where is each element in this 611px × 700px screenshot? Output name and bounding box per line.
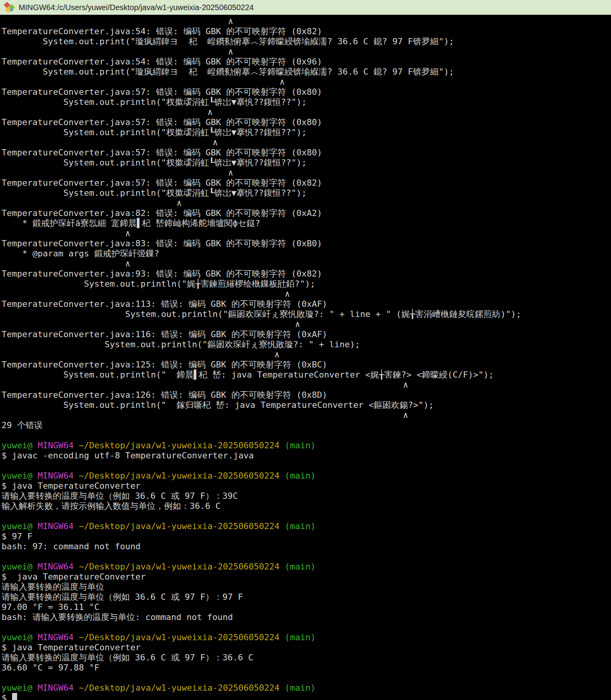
terminal-line: yuwei@ MINGW64 ~/Desktop/java/w1-yuweixi… (2, 562, 610, 572)
terminal-text: ∧ (2, 198, 182, 208)
terminal-text: ∧ (2, 228, 130, 238)
terminal-line: ∧ (2, 107, 610, 117)
terminal-text: TemperatureConverter.java:126: 错误: 编码 GB… (2, 390, 327, 400)
terminal-line: TemperatureConverter.java:57: 错误: 编码 GBK… (2, 178, 610, 188)
terminal-text: $ 97 F (2, 531, 32, 541)
terminal-line: TemperatureConverter.java:113: 错误: 编码 GB… (2, 299, 610, 309)
terminal-text: System.out.println(" 鍗晨▌杞 嵆: java Temper… (2, 370, 494, 380)
terminal-line: yuwei@ MINGW64 ~/Desktop/java/w1-yuweixi… (2, 683, 610, 693)
terminal-text: TemperatureConverter.java:116: 错误: 编码 GB… (2, 329, 327, 339)
terminal-line: ∧ (2, 228, 610, 239)
terminal-text: (main) (279, 632, 316, 642)
terminal-text: ∧ (2, 380, 408, 390)
terminal-line: System.out.println("鏂囦欢琛屽ぇ寮忛敗璇?: " + lin… (2, 340, 610, 350)
terminal-text: $ java TemperatureConverter (2, 643, 141, 652)
terminal-text: TemperatureConverter.java:57: 错误: 编码 GBK… (2, 178, 322, 188)
terminal-text: 97.00 °F = 36.11 °C (2, 602, 100, 612)
terminal-text: MINGW64 (32, 562, 73, 571)
terminal-line: ∧ (2, 77, 610, 87)
terminal-line: System.out.print("璇疯緭鍏ヨ 杞 崲鐨勬俯搴︿笌鍗曚綅锛堬緥濡… (2, 37, 610, 47)
terminal-line: ∧ (2, 259, 610, 269)
terminal-cursor (12, 693, 17, 700)
terminal-text: ~/Desktop/java/w1-yuweixia-202506050224 (73, 632, 279, 642)
terminal-line: System.out.println("杈撳叆涓虹┖锛岀▼搴忛??鍑恒??"); (2, 127, 610, 138)
terminal-line (2, 461, 610, 471)
terminal-text: ∧ (2, 168, 233, 178)
terminal-text: 请输入要转换的温度与单位（例如 36.6 C 或 97 F）：97 F (2, 592, 243, 602)
terminal-text: 请输入要转换的温度与单位（例如 36.6 C 或 97 F）：36.6 C (2, 653, 253, 662)
terminal-line: yuwei@ MINGW64 ~/Desktop/java/w1-yuweixi… (2, 441, 610, 451)
terminal-text: MINGW64 (32, 441, 73, 450)
terminal-line: System.out.println("杈撳叆涓虹┖锛岀▼搴忛??鍑恒??"); (2, 188, 610, 198)
terminal-text: (main) (279, 562, 316, 571)
terminal-text: ~/Desktop/java/w1-yuweixia-202506050224 (73, 562, 279, 571)
terminal-text: ∧ (2, 410, 408, 420)
terminal-line (2, 622, 610, 632)
terminal-line: TemperatureConverter.java:83: 错误: 编码 GBK… (2, 239, 610, 249)
terminal-output[interactable]: ∧TemperatureConverter.java:54: 错误: 编码 GB… (0, 15, 611, 700)
terminal-line: 请输入要转换的温度与单位 (2, 582, 610, 592)
terminal-text: MINGW64 (32, 521, 73, 531)
terminal-text: System.out.println("娓╁害鍊煎繀椤绘槸鏁板瓧銆?"); (2, 279, 315, 289)
terminal-line: $ javac -encoding utf-8 TemperatureConve… (2, 451, 610, 461)
terminal-text: ~/Desktop/java/w1-yuweixia-202506050224 (73, 471, 279, 481)
terminal-text: (main) (279, 683, 316, 693)
terminal-line: ∧ (2, 319, 610, 329)
terminal-text: 36.60 °C = 97.88 °F (2, 663, 100, 672)
terminal-text: System.out.println("杈撳叆涓虹┖锛岀▼搴忛??鍑恒??"); (2, 97, 307, 107)
terminal-text: 输入解析失败，请按示例输入数值与单位，例如：36.6 C (2, 501, 220, 511)
terminal-line: System.out.println("娓╁害鍊煎繀椤绘槸鏁板瓧銆?"); (2, 279, 610, 289)
terminal-line: ∧ (2, 380, 610, 390)
terminal-text: * @param args 鍛戒护琛屽弬鏁? (2, 249, 159, 258)
terminal-line: yuwei@ MINGW64 ~/Desktop/java/w1-yuweixi… (2, 521, 610, 531)
terminal-text: ∧ (2, 16, 233, 26)
terminal-text: MINGW64 (32, 471, 73, 481)
terminal-line: bash: 97: command not found (2, 542, 610, 552)
terminal-line: 29 个错误 (2, 420, 610, 430)
terminal-text: ∧ (2, 350, 279, 359)
terminal-line: ∧ (2, 350, 610, 360)
terminal-text: ∧ (2, 138, 218, 147)
terminal-line: TemperatureConverter.java:126: 错误: 编码 GB… (2, 390, 610, 400)
terminal-line (2, 511, 610, 521)
terminal-text: TemperatureConverter.java:125: 错误: 编码 GB… (2, 360, 327, 369)
terminal-line: 输入解析失败，请按示例输入数值与单位，例如：36.6 C (2, 501, 610, 511)
terminal-line: ∧ (2, 410, 610, 420)
terminal-text: yuwei@ (2, 471, 32, 481)
terminal-text: ~/Desktop/java/w1-yuweixia-202506050224 (73, 521, 279, 531)
terminal-text: TemperatureConverter.java:57: 错误: 编码 GBK… (2, 117, 322, 127)
terminal-text: System.out.println("杈撳叆涓虹┖锛岀▼搴忛??鍑恒??"); (2, 188, 307, 198)
terminal-line: $ (2, 693, 610, 700)
terminal-line: System.out.print("璇疯緭鍏ヨ 杞 崲鐨勬俯搴︿笌鍗曚綅锛堬緥濡… (2, 67, 610, 77)
terminal-text: ∧ (2, 107, 213, 117)
terminal-text: System.out.println("鏂囦欢琛屽ぇ寮忛敗璇?: " + lin… (2, 309, 521, 319)
terminal-text: TemperatureConverter.java:83: 错误: 编码 GBK… (2, 239, 322, 248)
terminal-text: System.out.print("璇疯緭鍏ヨ 杞 崲鐨勬俯搴︿笌鍗曚綅锛堬緥濡… (2, 37, 454, 46)
terminal-line: ∧ (2, 168, 610, 178)
terminal-text: (main) (279, 471, 316, 481)
terminal-text: (main) (279, 521, 316, 531)
terminal-text: $ (2, 693, 12, 700)
terminal-line: System.out.println("杈撳叆涓虹┖锛岀▼搴忛??鍑恒??"); (2, 158, 610, 168)
terminal-text: ∧ (2, 289, 290, 299)
terminal-text: TemperatureConverter.java:57: 错误: 编码 GBK… (2, 148, 322, 157)
terminal-text: TemperatureConverter.java:54: 错误: 编码 GBK… (2, 26, 322, 36)
terminal-line: $ java TemperatureConverter (2, 572, 610, 582)
terminal-text: ∧ (2, 47, 233, 56)
terminal-line: TemperatureConverter.java:116: 错误: 编码 GB… (2, 329, 610, 340)
terminal-text: TemperatureConverter.java:113: 错误: 编码 GB… (2, 299, 327, 309)
terminal-line: yuwei@ MINGW64 ~/Desktop/java/w1-yuweixi… (2, 471, 610, 481)
terminal-line: ∧ (2, 47, 610, 57)
terminal-line: TemperatureConverter.java:93: 错误: 编码 GBK… (2, 269, 610, 279)
terminal-line: ∧ (2, 16, 610, 26)
terminal-text: 请输入要转换的温度与单位（例如 36.6 C 或 97 F）：39C (2, 491, 238, 501)
title-bar[interactable]: MINGW64:/c/Users/yuwei/Desktop/java/w1-y… (0, 0, 611, 15)
terminal-line: System.out.println(" 鎵归噺杞 嵆: java Temper… (2, 400, 610, 410)
terminal-text: ~/Desktop/java/w1-yuweixia-202506050224 (73, 441, 279, 450)
terminal-line: * 鍛戒护琛屽ā寮忥細 寔鍗晨▌杞 嵆鍗屾构浠舵墻壚閱фセ鎹? (2, 218, 610, 228)
terminal-text: 请输入要转换的温度与单位 (2, 582, 104, 592)
terminal-text: yuwei@ (2, 632, 32, 642)
terminal-text: $ java TemperatureConverter (2, 572, 146, 582)
window-title: MINGW64:/c/Users/yuwei/Desktop/java/w1-y… (19, 3, 254, 12)
terminal-text: System.out.println("鏂囦欢琛屽ぇ寮忛敗璇?: " + lin… (2, 340, 360, 349)
